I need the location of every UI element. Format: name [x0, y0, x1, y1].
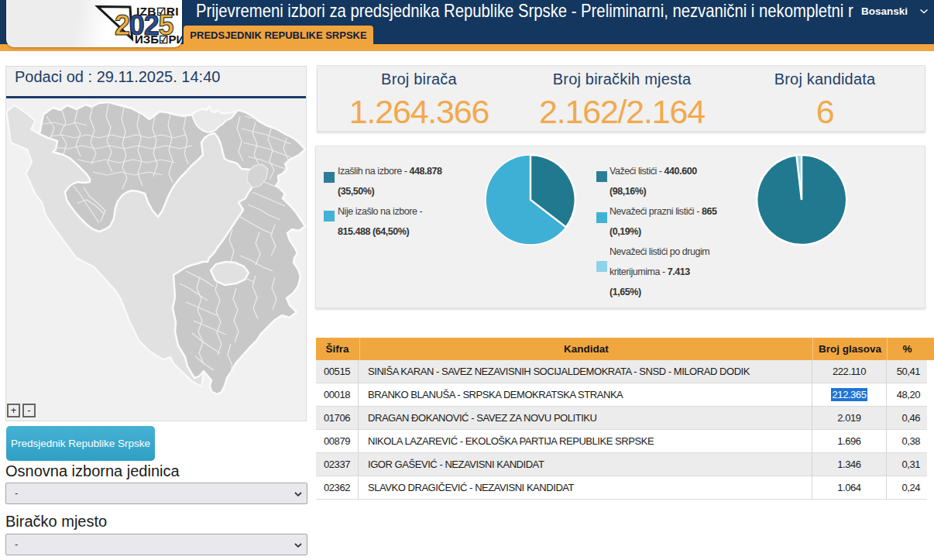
svg-text:ИЗБ☑РИ: ИЗБ☑РИ [135, 33, 182, 46]
